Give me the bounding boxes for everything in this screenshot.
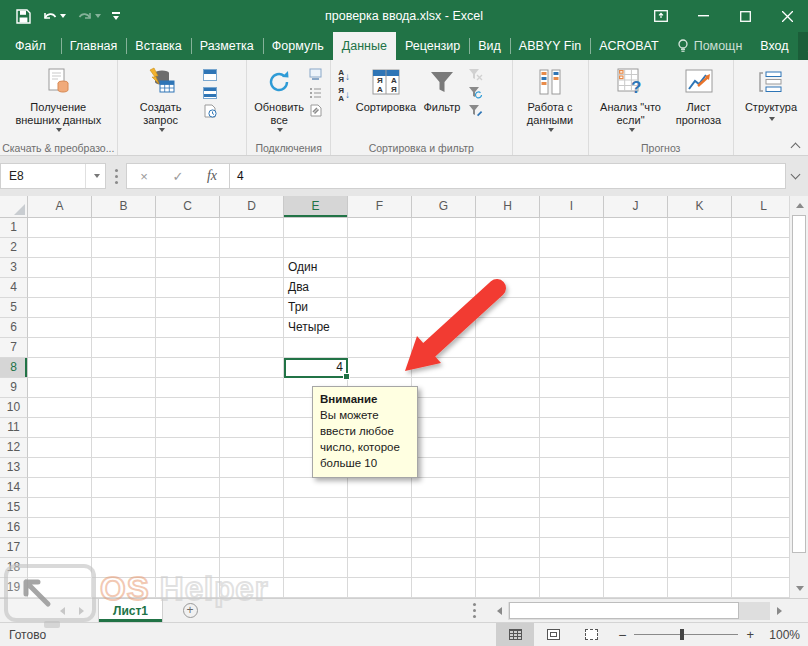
cell-C9[interactable] <box>156 378 220 398</box>
cell-D6[interactable] <box>220 318 284 338</box>
column-header-J[interactable]: J <box>604 196 668 218</box>
page-layout-view-button[interactable] <box>534 623 572 646</box>
next-sheet-icon[interactable] <box>79 607 84 615</box>
scroll-down-icon[interactable] <box>791 580 808 597</box>
cell-I13[interactable] <box>540 458 604 478</box>
cell-G1[interactable] <box>412 218 476 238</box>
select-all-corner[interactable] <box>0 196 28 218</box>
scroll-left-icon[interactable] <box>490 602 508 620</box>
new-query-button[interactable]: Создать запрос <box>122 63 200 137</box>
cell-H19[interactable] <box>476 578 540 598</box>
cell-A10[interactable] <box>28 398 92 418</box>
cell-K7[interactable] <box>668 338 732 358</box>
cell-D15[interactable] <box>220 498 284 518</box>
connection-properties-icon[interactable] <box>307 67 324 82</box>
cell-A12[interactable] <box>28 438 92 458</box>
cell-L2[interactable] <box>732 238 789 258</box>
cell-I12[interactable] <box>540 438 604 458</box>
cell-F17[interactable] <box>348 538 412 558</box>
cell-F3[interactable] <box>348 258 412 278</box>
cell-F18[interactable] <box>348 558 412 578</box>
column-header-L[interactable]: L <box>732 196 789 218</box>
cell-L3[interactable] <box>732 258 789 278</box>
cell-K4[interactable] <box>668 278 732 298</box>
cell-H13[interactable] <box>476 458 540 478</box>
cell-C6[interactable] <box>156 318 220 338</box>
cell-L7[interactable] <box>732 338 789 358</box>
cell-H9[interactable] <box>476 378 540 398</box>
cell-G10[interactable] <box>412 398 476 418</box>
customize-qat-icon[interactable] <box>112 12 120 20</box>
cell-J10[interactable] <box>604 398 668 418</box>
advanced-filter-icon[interactable] <box>467 103 484 118</box>
column-header-B[interactable]: B <box>92 196 156 218</box>
cell-D19[interactable] <box>220 578 284 598</box>
cell-K5[interactable] <box>668 298 732 318</box>
prev-sheet-icon[interactable] <box>60 607 65 615</box>
cell-E18[interactable] <box>284 558 348 578</box>
column-header-D[interactable]: D <box>220 196 284 218</box>
cell-L14[interactable] <box>732 478 789 498</box>
cell-A2[interactable] <box>28 238 92 258</box>
column-header-G[interactable]: G <box>412 196 476 218</box>
cell-C5[interactable] <box>156 298 220 318</box>
cell-G16[interactable] <box>412 518 476 538</box>
cell-B16[interactable] <box>92 518 156 538</box>
cell-K8[interactable] <box>668 358 732 378</box>
cell-J16[interactable] <box>604 518 668 538</box>
cell-A6[interactable] <box>28 318 92 338</box>
row-header-6[interactable]: 6 <box>0 318 28 338</box>
cell-J6[interactable] <box>604 318 668 338</box>
data-tools-button[interactable]: Работа с данными <box>517 63 584 137</box>
cell-K1[interactable] <box>668 218 732 238</box>
cell-D2[interactable] <box>220 238 284 258</box>
cell-I1[interactable] <box>540 218 604 238</box>
row-header-17[interactable]: 17 <box>0 538 28 558</box>
minimize-button[interactable] <box>682 0 724 32</box>
zoom-in-button[interactable]: + <box>738 627 762 642</box>
cell-E15[interactable] <box>284 498 348 518</box>
cell-J15[interactable] <box>604 498 668 518</box>
cell-E7[interactable] <box>284 338 348 358</box>
cell-C11[interactable] <box>156 418 220 438</box>
horizontal-scrollbar-thumb[interactable] <box>509 602 739 619</box>
cell-B18[interactable] <box>92 558 156 578</box>
cell-D8[interactable] <box>220 358 284 378</box>
cell-L10[interactable] <box>732 398 789 418</box>
cell-H11[interactable] <box>476 418 540 438</box>
cell-D3[interactable] <box>220 258 284 278</box>
cell-C13[interactable] <box>156 458 220 478</box>
cell-B6[interactable] <box>92 318 156 338</box>
cell-G17[interactable] <box>412 538 476 558</box>
cell-B12[interactable] <box>92 438 156 458</box>
cell-C16[interactable] <box>156 518 220 538</box>
name-box[interactable]: E8 <box>0 163 106 189</box>
cell-L15[interactable] <box>732 498 789 518</box>
cell-A19[interactable] <box>28 578 92 598</box>
cell-C7[interactable] <box>156 338 220 358</box>
cell-C12[interactable] <box>156 438 220 458</box>
cell-K16[interactable] <box>668 518 732 538</box>
cell-B19[interactable] <box>92 578 156 598</box>
cell-H12[interactable] <box>476 438 540 458</box>
cell-I10[interactable] <box>540 398 604 418</box>
cell-I4[interactable] <box>540 278 604 298</box>
tab-3[interactable]: Вставка <box>126 32 190 60</box>
cell-G6[interactable] <box>412 318 476 338</box>
column-header-H[interactable]: H <box>476 196 540 218</box>
what-if-button[interactable]: ? Анализ "что если" <box>593 63 669 137</box>
cell-B8[interactable] <box>92 358 156 378</box>
cell-A4[interactable] <box>28 278 92 298</box>
cell-G15[interactable] <box>412 498 476 518</box>
row-header-13[interactable]: 13 <box>0 458 28 478</box>
ribbon-display-options-button[interactable] <box>640 0 682 32</box>
cell-D12[interactable] <box>220 438 284 458</box>
cell-L19[interactable] <box>732 578 789 598</box>
cell-J3[interactable] <box>604 258 668 278</box>
tab-6[interactable]: Данные <box>333 32 396 60</box>
cell-B15[interactable] <box>92 498 156 518</box>
cell-G4[interactable] <box>412 278 476 298</box>
cell-C1[interactable] <box>156 218 220 238</box>
cell-G12[interactable] <box>412 438 476 458</box>
cell-I3[interactable] <box>540 258 604 278</box>
